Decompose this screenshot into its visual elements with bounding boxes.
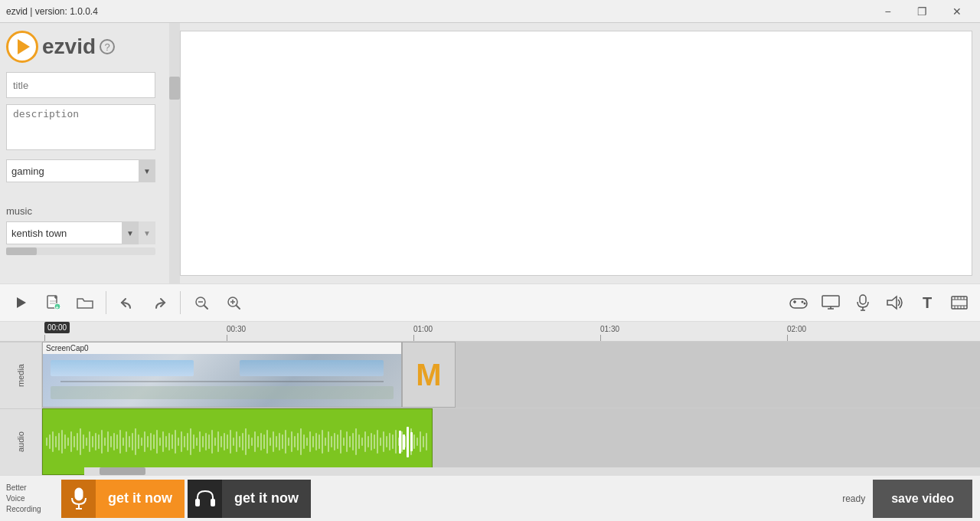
bottom-left-text: Better Voice Recording	[0, 480, 61, 518]
music-label: music	[6, 205, 174, 217]
better-voice-label: Better	[6, 483, 55, 493]
left-panel: ezvid ? gamingeducationentertainmenttech…	[0, 23, 180, 283]
preview-area	[180, 31, 972, 276]
gamepad-button[interactable]	[784, 288, 813, 317]
microphone-button[interactable]	[848, 288, 877, 317]
voice-label: Voice	[6, 493, 55, 504]
bottom-right: ready save video	[842, 480, 980, 518]
music-scroll-right[interactable]: ▼	[139, 221, 155, 244]
tracks-container: media audio ScreenCap0	[0, 342, 980, 475]
audio-clip[interactable]	[42, 408, 433, 475]
music-horizontal-scrollbar[interactable]	[6, 247, 155, 255]
recording-label: Recording	[6, 504, 55, 515]
close-button[interactable]: ✕	[939, 0, 974, 23]
svg-rect-24	[860, 295, 866, 304]
category-select-wrapper: gamingeducationentertainmenttech ▼	[6, 159, 155, 182]
speaker-button[interactable]	[880, 288, 910, 317]
toolbar: +	[0, 283, 980, 322]
ruler-marker-4: 02:00	[787, 325, 806, 341]
restore-button[interactable]: ❐	[905, 0, 939, 23]
svg-marker-27	[887, 297, 897, 309]
ready-label: ready	[842, 493, 865, 504]
monitor-button[interactable]	[816, 288, 845, 317]
m-letter: M	[416, 358, 441, 392]
promo-1-icon	[61, 480, 96, 518]
svg-rect-21	[822, 296, 839, 306]
left-panel-scrollbar[interactable]	[169, 23, 180, 283]
help-icon[interactable]: ?	[100, 39, 115, 54]
logo-text: ezvid	[42, 34, 96, 59]
zoom-in-button[interactable]	[219, 288, 248, 317]
timeline-scroll-thumb[interactable]	[100, 467, 145, 475]
music-select-wrapper: kentish townnoneupbeatcalm ▼ ▼	[6, 221, 155, 244]
undo-button[interactable]	[113, 288, 142, 317]
audio-track[interactable]	[42, 408, 980, 475]
svg-text:+: +	[56, 305, 59, 310]
category-select[interactable]: gamingeducationentertainmenttech	[6, 159, 155, 182]
main-area: ezvid ? gamingeducationentertainmenttech…	[0, 23, 980, 283]
logo-icon	[6, 31, 38, 63]
logo-area: ezvid ?	[6, 31, 174, 63]
promo-button-2[interactable]: get it now	[188, 480, 311, 518]
svg-rect-39	[75, 488, 83, 500]
timeline-ruler: 00:00 00:00 00:30 01:00 01:30 02:00	[0, 322, 980, 342]
redo-button[interactable]	[145, 288, 174, 317]
track-labels: media audio	[0, 342, 42, 475]
m-clip[interactable]: M	[402, 342, 456, 408]
titlebar: ezvid | version: 1.0.0.4 − ❐ ✕	[0, 0, 980, 23]
svg-point-20	[804, 303, 806, 305]
film-button[interactable]	[945, 288, 974, 317]
window-controls: − ❐ ✕	[871, 0, 974, 23]
media-track[interactable]: ScreenCap0 M	[42, 342, 980, 408]
audio-track-label: audio	[0, 408, 41, 475]
clip-thumbnail	[43, 354, 401, 407]
play-icon	[18, 39, 30, 54]
music-select[interactable]: kentish townnoneupbeatcalm	[6, 221, 139, 244]
audio-waveform	[46, 409, 429, 474]
promo-1-text: get it now	[96, 490, 185, 506]
ruler-marker-3: 01:30	[600, 325, 619, 341]
save-video-button[interactable]: save video	[873, 480, 972, 518]
promo-2-icon	[188, 480, 222, 518]
svg-rect-42	[195, 499, 200, 506]
promo-2-text: get it now	[222, 490, 311, 506]
svg-point-19	[802, 301, 804, 303]
zoom-out-button[interactable]	[187, 288, 216, 317]
description-textarea[interactable]	[6, 104, 155, 150]
play-button[interactable]	[6, 288, 35, 317]
media-clip[interactable]: ScreenCap0	[42, 342, 402, 408]
toolbar-divider-1	[106, 291, 106, 314]
open-button[interactable]	[70, 288, 100, 317]
text-button[interactable]: T	[913, 288, 942, 317]
svg-rect-28	[952, 297, 967, 309]
new-file-button[interactable]: +	[38, 288, 67, 317]
bottom-bar: Better Voice Recording get it now get i	[0, 475, 980, 521]
toolbar-right: T	[784, 288, 974, 317]
playhead-marker: 00:00	[44, 322, 70, 333]
left-panel-scroll-thumb[interactable]	[169, 77, 180, 100]
promo-button-1[interactable]: get it now	[61, 480, 185, 518]
title-input[interactable]	[6, 72, 155, 98]
app-title: ezvid | version: 1.0.0.4	[6, 6, 98, 17]
timeline-horizontal-scrollbar[interactable]	[84, 467, 980, 475]
music-scroll-thumb[interactable]	[6, 247, 37, 255]
tracks-content: ScreenCap0 M	[42, 342, 980, 475]
clip-label: ScreenCap0	[43, 342, 401, 354]
svg-line-11	[204, 306, 207, 309]
minimize-button[interactable]: −	[871, 0, 905, 23]
svg-line-15	[237, 306, 240, 309]
ruler-marker-1: 00:30	[227, 325, 246, 341]
svg-marker-0	[17, 297, 26, 308]
timeline-area: 00:00 00:00 00:30 01:00 01:30 02:00 medi…	[0, 322, 980, 475]
ruler-marker-2: 01:00	[413, 325, 433, 341]
toolbar-divider-2	[180, 291, 181, 314]
svg-rect-43	[211, 499, 215, 506]
media-track-label: media	[0, 342, 41, 408]
